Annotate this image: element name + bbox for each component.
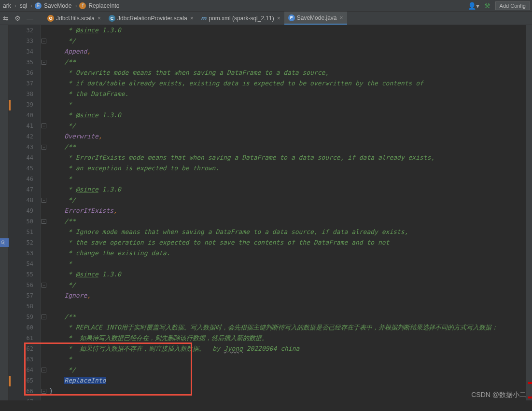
code-line[interactable]: * the DataFrame. <box>49 89 526 99</box>
collapse-icon[interactable]: ⇆ <box>3 14 9 22</box>
line-number[interactable]: 60 <box>9 322 40 333</box>
code-line[interactable]: * an exception is expected to be thrown. <box>49 163 526 174</box>
code-line[interactable]: * the save operation is expected to not … <box>49 237 526 248</box>
line-number[interactable]: 48 <box>9 195 40 206</box>
fold-toggle[interactable]: − <box>42 123 46 128</box>
fold-toggle[interactable]: − <box>42 145 46 150</box>
line-number[interactable]: 32 <box>9 25 40 36</box>
tool-window-tab[interactable]: er <box>0 238 9 247</box>
code-line[interactable]: * @since 1.3.0 <box>49 110 526 121</box>
code-line[interactable]: * @since 1.3.0 <box>49 184 526 195</box>
close-icon[interactable]: × <box>277 15 280 22</box>
vertical-scrollbar[interactable] <box>526 25 532 400</box>
settings-icon[interactable]: ⚙ <box>14 14 21 22</box>
tab-jdbcutils[interactable]: O JdbcUtils.scala × <box>43 12 105 25</box>
line-number[interactable]: 45 <box>9 163 40 174</box>
chevron-right-icon: › <box>29 2 33 9</box>
code-line[interactable]: * change the existing data. <box>49 248 526 259</box>
fold-toggle[interactable]: − <box>42 60 46 65</box>
line-number[interactable]: 50 <box>9 216 40 227</box>
code-line[interactable]: * <box>49 174 526 184</box>
tab-label: pom.xml (spark-sql_2.11) <box>209 15 274 22</box>
code-line[interactable]: * ErrorIfExists mode means that when sav… <box>49 152 526 163</box>
code-line[interactable] <box>49 301 526 312</box>
breadcrumb-item[interactable]: ark <box>2 2 12 9</box>
code-line[interactable]: */ <box>49 195 526 206</box>
line-number[interactable]: 59 <box>9 312 40 322</box>
line-number[interactable]: 49 <box>9 206 40 216</box>
tab-savemode[interactable]: E SaveMode.java × <box>284 12 347 25</box>
code-line[interactable]: ErrorIfExists, <box>49 206 526 216</box>
close-icon[interactable]: × <box>190 15 194 22</box>
fold-toggle[interactable]: − <box>42 219 46 224</box>
tab-pomxml[interactable]: m pom.xml (spark-sql_2.11) × <box>197 12 284 25</box>
line-number[interactable]: 43 <box>9 142 40 152</box>
line-number[interactable]: 38 <box>9 89 40 99</box>
minimize-icon[interactable]: — <box>27 14 33 22</box>
error-marker[interactable] <box>528 382 532 384</box>
code-line[interactable]: * REPLACE INTO用于实时覆盖写入数据。写入数据时，会先根据主键判断待… <box>49 322 526 333</box>
breadcrumb[interactable]: ark › sql › E SaveMode › f ReplaceInto <box>2 2 468 9</box>
fold-toggle[interactable]: − <box>42 283 46 288</box>
line-number[interactable]: 42 <box>9 131 40 142</box>
code-line[interactable]: * @since 1.3.0 <box>49 25 526 36</box>
code-line[interactable]: Overwrite, <box>49 131 526 142</box>
close-icon[interactable]: × <box>98 15 101 22</box>
field-icon: f <box>79 2 86 9</box>
line-number[interactable]: 47 <box>9 184 40 195</box>
code-line[interactable]: Ignore, <box>49 290 526 301</box>
line-number[interactable]: 53 <box>9 248 40 259</box>
line-number[interactable]: 46 <box>9 174 40 184</box>
code-line[interactable]: * <box>49 259 526 269</box>
build-icon[interactable]: ⚒ <box>484 2 490 10</box>
code-line[interactable]: /** <box>49 312 526 322</box>
code-line[interactable]: /** <box>49 142 526 152</box>
close-icon[interactable]: × <box>339 14 343 21</box>
line-number[interactable]: 61 <box>9 333 40 343</box>
line-number[interactable]: 57 <box>9 290 40 301</box>
code-line[interactable]: */ <box>49 36 526 46</box>
watermark: CSDN @数据小二 <box>471 391 526 399</box>
code-line[interactable]: /** <box>49 216 526 227</box>
add-config-button[interactable]: Add Config <box>495 1 530 10</box>
error-marker[interactable] <box>528 397 532 398</box>
code-line[interactable]: * Ignore mode means that when saving a D… <box>49 227 526 237</box>
line-number[interactable]: 35 <box>9 57 40 68</box>
breadcrumb-item[interactable]: ReplaceInto <box>87 2 120 9</box>
user-icon[interactable]: 👤▾ <box>468 2 479 10</box>
line-number[interactable]: 41 <box>9 121 40 131</box>
line-number[interactable]: 40 <box>9 110 40 121</box>
line-number[interactable]: 37 <box>9 78 40 89</box>
code-line[interactable]: */ <box>49 121 526 131</box>
tab-jdbcrelationprovider[interactable]: C JdbcRelationProvider.scala × <box>105 12 197 25</box>
code-line[interactable]: * @since 1.3.0 <box>49 269 526 280</box>
enum-icon: E <box>35 2 42 9</box>
line-number[interactable]: 33 <box>9 36 40 46</box>
code-line[interactable]: * if data/table already exists, existing… <box>49 78 526 89</box>
code-line[interactable]: */ <box>49 280 526 290</box>
fold-toggle[interactable]: − <box>42 39 46 43</box>
fold-toggle[interactable]: − <box>42 198 46 203</box>
line-number[interactable]: 39 <box>9 99 40 110</box>
java-enum-icon: E <box>288 14 295 21</box>
code-line[interactable]: * <box>49 99 526 110</box>
line-number[interactable]: 54 <box>9 259 40 269</box>
line-number[interactable]: 44 <box>9 152 40 163</box>
breadcrumb-item[interactable]: SaveMode <box>43 2 72 9</box>
editor-tabs: O JdbcUtils.scala × C JdbcRelationProvid… <box>43 12 532 25</box>
annotation-box <box>24 342 192 396</box>
code-line[interactable]: Append, <box>49 46 526 57</box>
code-line[interactable]: /** <box>49 57 526 68</box>
line-number[interactable]: 56 <box>9 280 40 290</box>
line-number[interactable]: 51 <box>9 227 40 237</box>
breadcrumb-item[interactable]: sql <box>19 2 28 9</box>
code-line[interactable]: * Overwrite mode means that when saving … <box>49 68 526 78</box>
line-number[interactable]: 36 <box>9 68 40 78</box>
line-number[interactable]: 58 <box>9 301 40 312</box>
fold-toggle[interactable]: − <box>42 315 46 319</box>
line-number[interactable]: 55 <box>9 269 40 280</box>
line-number[interactable]: 52 <box>9 237 40 248</box>
code-editor[interactable]: 3233343536373839404142434445464748495051… <box>9 25 532 400</box>
line-number[interactable]: 34 <box>9 46 40 57</box>
code-line[interactable]: * 如果待写入数据已经存在，则先删除该行数据，然后插入新的数据。 <box>49 333 526 343</box>
